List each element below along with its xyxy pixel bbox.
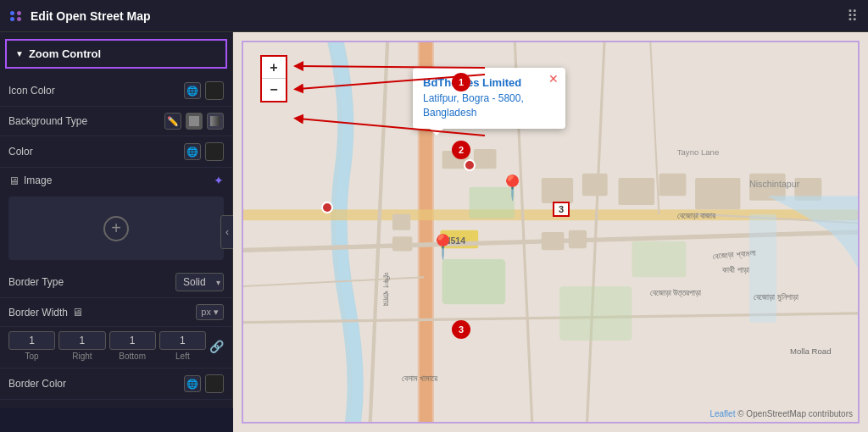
svg-rect-30 — [542, 232, 565, 250]
border-right-group: Right — [58, 331, 105, 361]
grid-icon[interactable]: ⠿ — [847, 7, 858, 25]
border-right-label: Right — [72, 352, 92, 361]
map-pin-secondary: 📍 — [498, 174, 527, 202]
icon-color-controls: 🌐 — [184, 81, 224, 100]
border-bottom-group: Bottom — [109, 331, 156, 361]
border-width-label: Border Width 🖥 — [8, 306, 83, 318]
svg-rect-1 — [210, 116, 220, 126]
zoom-controls: + − — [260, 55, 287, 102]
border-top-label: Top — [25, 352, 39, 361]
border-left-label: Left — [175, 352, 190, 361]
zoom-in-button[interactable]: + — [262, 57, 286, 79]
app-logo — [10, 11, 22, 21]
px-unit[interactable]: px ▾ — [196, 304, 224, 320]
border-left-group: Left — [159, 331, 206, 361]
link-icon[interactable]: 🔗 — [209, 340, 224, 353]
color-globe-icon[interactable]: 🌐 — [184, 143, 201, 160]
border-bottom-input[interactable] — [109, 331, 156, 350]
sidebar-collapse-handle[interactable]: ‹ — [220, 215, 234, 249]
pencil-icon[interactable]: ✏️ — [164, 113, 181, 130]
border-color-swatch[interactable] — [205, 374, 224, 393]
svg-rect-31 — [569, 230, 587, 248]
logo-dot-1 — [10, 11, 14, 15]
border-color-controls: 🌐 — [184, 374, 224, 393]
svg-rect-18 — [632, 241, 686, 278]
border-color-globe-icon[interactable]: 🌐 — [184, 375, 201, 392]
svg-text:Tayno Lane: Tayno Lane — [677, 147, 720, 157]
border-right-input[interactable] — [58, 331, 105, 350]
svg-rect-17 — [559, 286, 632, 341]
popup-title: BdThemes Limited — [423, 76, 555, 89]
bg-type-btn-1[interactable] — [186, 113, 203, 130]
map-pin-main: 📍 — [428, 233, 458, 261]
svg-rect-32 — [749, 214, 776, 323]
zoom-out-button[interactable]: − — [262, 79, 286, 101]
svg-text:দক্ষিণ খামার: দক্ষিণ খামার — [381, 272, 391, 306]
svg-text:Molla Road: Molla Road — [790, 346, 831, 356]
icon-color-label: Icon Color — [8, 85, 55, 97]
popup-close-button[interactable]: ✕ — [548, 72, 559, 86]
border-color-row: Border Color 🌐 — [0, 368, 232, 400]
header: Edit Open Street Map ⠿ — [0, 0, 868, 32]
annotation-1: 1 — [452, 73, 470, 91]
border-bottom-label: Bottom — [119, 352, 146, 361]
border-monitor-icon: 🖥 — [72, 306, 83, 318]
svg-rect-27 — [695, 178, 740, 209]
sidebar-wrapper: ▼ Zoom Control Icon Color 🌐 Background T… — [0, 32, 233, 432]
annotation-3: 3 — [452, 320, 470, 339]
border-type-select-wrapper: Solid ▾ — [175, 273, 224, 291]
image-row: 🖥 Image ✦ — [0, 168, 232, 193]
header-left: Edit Open Street Map — [10, 9, 151, 23]
logo-dot-2 — [17, 11, 21, 15]
popup-address: Latifpur, Bogra - 5800, Bangladesh — [423, 91, 555, 120]
svg-rect-26 — [659, 174, 686, 197]
map-marker-circle-3 — [321, 202, 333, 213]
map-marker-circle-2 — [464, 159, 476, 171]
bg-type-controls: ✏️ — [164, 113, 224, 130]
color-swatch[interactable] — [205, 142, 224, 161]
svg-rect-24 — [582, 174, 608, 197]
sparkle-icon[interactable]: ✦ — [214, 174, 224, 187]
border-top-group: Top — [8, 331, 55, 361]
map-area: Nischintapur Tayno Lane বেজোড়া বাজার বে… — [233, 32, 868, 432]
map-box-annotation-3: 3 — [553, 202, 570, 217]
svg-rect-20 — [474, 149, 497, 169]
svg-rect-25 — [618, 178, 654, 205]
svg-rect-0 — [189, 116, 199, 126]
background-type-label: Background Type — [8, 115, 87, 127]
page-title: Edit Open Street Map — [31, 9, 151, 23]
logo-dot-4 — [17, 17, 21, 21]
border-type-select[interactable]: Solid — [175, 273, 224, 291]
zoom-control-section[interactable]: ▼ Zoom Control — [5, 39, 227, 69]
border-type-label: Border Type — [8, 276, 64, 288]
svg-text:বেসাম খামারে: বেসাম খামারে — [402, 374, 438, 383]
section-label: Zoom Control — [29, 47, 101, 60]
border-top-input[interactable] — [8, 331, 55, 350]
svg-text:কাথী পাড়া: কাথী পাড়া — [722, 265, 749, 274]
bg-type-btn-2[interactable] — [207, 113, 224, 130]
border-width-row: Border Width 🖥 px ▾ — [0, 298, 232, 327]
monitor-icon: 🖥 — [8, 174, 19, 187]
border-color-label: Border Color — [8, 378, 66, 390]
map-popup: ✕ BdThemes Limited Latifpur, Bogra - 580… — [413, 68, 565, 129]
border-type-row: Border Type Solid ▾ — [0, 267, 232, 298]
section-arrow: ▼ — [15, 49, 24, 58]
annotation-2: 2 — [452, 141, 470, 159]
icon-color-swatch[interactable] — [205, 81, 224, 100]
color-controls: 🌐 — [184, 142, 224, 161]
leaflet-link[interactable]: Leaflet — [709, 409, 735, 418]
background-type-row: Background Type ✏️ — [0, 107, 232, 136]
color-label: Color — [8, 146, 33, 158]
map-container: Nischintapur Tayno Lane বেজোড়া বাজার বে… — [242, 41, 860, 424]
image-upload-area[interactable]: + — [8, 197, 224, 260]
add-image-button[interactable]: + — [103, 216, 129, 241]
globe-icon[interactable]: 🌐 — [184, 82, 201, 99]
border-left-input[interactable] — [159, 331, 206, 350]
border-inputs-row: Top Right Bottom Left 🔗 — [0, 327, 232, 368]
svg-text:বেজোড়া মুনিপাড়া: বেজোড়া মুনিপাড়া — [754, 292, 798, 302]
image-label: 🖥 Image — [8, 174, 52, 187]
main-layout: ▼ Zoom Control Icon Color 🌐 Background T… — [0, 32, 868, 432]
sidebar: ▼ Zoom Control Icon Color 🌐 Background T… — [0, 32, 233, 408]
svg-rect-23 — [542, 178, 573, 203]
svg-text:Nischintapur: Nischintapur — [749, 179, 800, 189]
